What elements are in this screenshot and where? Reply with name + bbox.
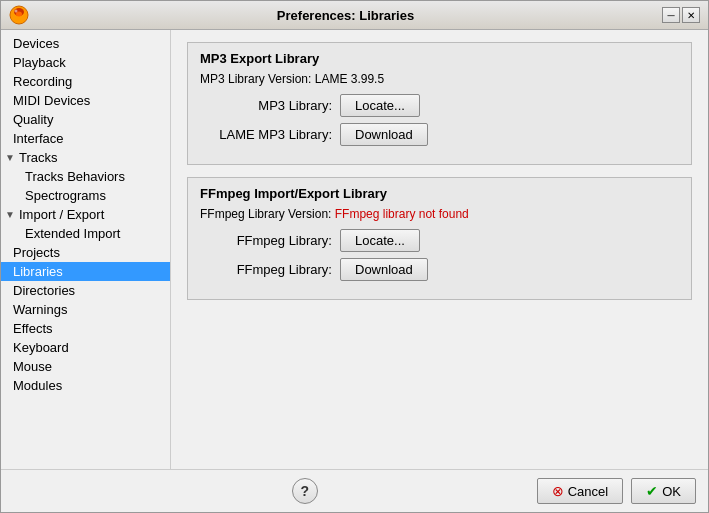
sidebar-item-projects[interactable]: Projects [1,243,170,262]
app-icon [9,5,29,25]
version-label-ffmpeg-export: FFmpeg Library Version: [200,207,335,221]
footer: ? ⊗ Cancel ✔ OK [1,469,708,512]
sidebar-item-libraries[interactable]: Libraries [1,262,170,281]
sidebar-group-import-export-group[interactable]: ▼Import / Export [1,205,170,224]
title-buttons: ─ ✕ [662,7,700,23]
sidebar-item-spectrograms[interactable]: Spectrograms [1,186,170,205]
ok-label: OK [662,484,681,499]
sidebar-item-recording[interactable]: Recording [1,72,170,91]
toggle-icon: ▼ [5,209,17,220]
sidebar-item-interface[interactable]: Interface [1,129,170,148]
field-label-mp3-export-1: LAME MP3 Library: [200,127,340,142]
field-row-mp3-export-0: MP3 Library:Locate... [200,94,679,117]
svg-point-3 [15,10,18,13]
sidebar-item-mouse[interactable]: Mouse [1,357,170,376]
sidebar-item-devices[interactable]: Devices [1,34,170,53]
footer-right: ⊗ Cancel ✔ OK [537,478,696,504]
field-label-mp3-export-0: MP3 Library: [200,98,340,113]
field-label-ffmpeg-export-0: FFmpeg Library: [200,233,340,248]
sidebar-item-effects[interactable]: Effects [1,319,170,338]
sidebar-item-playback[interactable]: Playback [1,53,170,72]
main-panel: MP3 Export LibraryMP3 Library Version: L… [171,30,708,469]
sidebar-group-tracks-group[interactable]: ▼Tracks [1,148,170,167]
section-version-mp3-export: MP3 Library Version: LAME 3.99.5 [200,72,679,86]
ok-button[interactable]: ✔ OK [631,478,696,504]
field-row-ffmpeg-export-0: FFmpeg Library:Locate... [200,229,679,252]
version-value-ffmpeg-export: FFmpeg library not found [335,207,469,221]
window-title: Preferences: Libraries [29,8,662,23]
sidebar-item-directories[interactable]: Directories [1,281,170,300]
cancel-label: Cancel [568,484,608,499]
field-row-ffmpeg-export-1: FFmpeg Library:Download [200,258,679,281]
field-button-ffmpeg-export-0[interactable]: Locate... [340,229,420,252]
ok-icon: ✔ [646,483,658,499]
sidebar-item-modules[interactable]: Modules [1,376,170,395]
sidebar-item-tracks-behaviors[interactable]: Tracks Behaviors [1,167,170,186]
field-button-mp3-export-0[interactable]: Locate... [340,94,420,117]
cancel-button[interactable]: ⊗ Cancel [537,478,623,504]
sidebar-group-label: Import / Export [17,207,104,222]
version-value-mp3-export: LAME 3.99.5 [315,72,384,86]
version-label-mp3-export: MP3 Library Version: [200,72,315,86]
sidebar-item-quality[interactable]: Quality [1,110,170,129]
section-title-mp3-export: MP3 Export Library [200,51,679,66]
cancel-icon: ⊗ [552,483,564,499]
footer-center: ? [73,478,537,504]
minimize-button[interactable]: ─ [662,7,680,23]
field-button-mp3-export-1[interactable]: Download [340,123,428,146]
sidebar: DevicesPlaybackRecordingMIDI DevicesQual… [1,30,171,469]
sidebar-group-label: Tracks [17,150,58,165]
sidebar-item-extended-import[interactable]: Extended Import [1,224,170,243]
sidebar-item-midi-devices[interactable]: MIDI Devices [1,91,170,110]
field-row-mp3-export-1: LAME MP3 Library:Download [200,123,679,146]
sidebar-item-keyboard[interactable]: Keyboard [1,338,170,357]
sidebar-item-warnings[interactable]: Warnings [1,300,170,319]
section-version-ffmpeg-export: FFmpeg Library Version: FFmpeg library n… [200,207,679,221]
preferences-window: Preferences: Libraries ─ ✕ DevicesPlayba… [0,0,709,513]
title-bar: Preferences: Libraries ─ ✕ [1,1,708,30]
svg-point-2 [16,12,22,17]
content-area: DevicesPlaybackRecordingMIDI DevicesQual… [1,30,708,469]
help-button[interactable]: ? [292,478,318,504]
close-button[interactable]: ✕ [682,7,700,23]
title-bar-left [9,5,29,25]
section-mp3-export: MP3 Export LibraryMP3 Library Version: L… [187,42,692,165]
section-title-ffmpeg-export: FFmpeg Import/Export Library [200,186,679,201]
section-ffmpeg-export: FFmpeg Import/Export LibraryFFmpeg Libra… [187,177,692,300]
field-button-ffmpeg-export-1[interactable]: Download [340,258,428,281]
toggle-icon: ▼ [5,152,17,163]
field-label-ffmpeg-export-1: FFmpeg Library: [200,262,340,277]
